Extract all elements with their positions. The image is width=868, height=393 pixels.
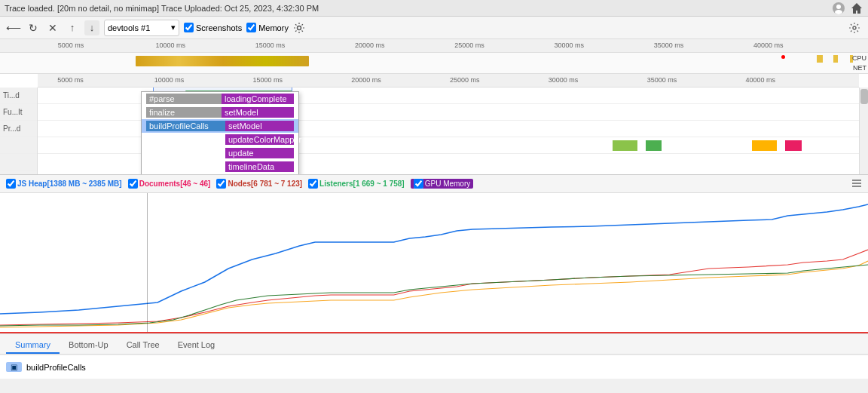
flame-tick-40000: 40000 ms: [745, 76, 775, 84]
js-heap-checkbox[interactable]: [6, 179, 16, 189]
listeners-check: Listeners[1 669 ~ 1 758]: [308, 179, 405, 189]
toolbar: ⟵ ↻ ✕ ↑ ↓ devtools #1 ▾ Screenshots Memo…: [0, 17, 868, 39]
tick-35000: 35000 ms: [654, 41, 684, 49]
label-tid: Ti...d: [0, 88, 37, 104]
flame-ruler: 5000 ms 10000 ms 15000 ms 20000 ms 25000…: [38, 74, 859, 88]
flame-tick-30000: 30000 ms: [549, 76, 579, 84]
red-baseline: [0, 332, 868, 333]
flame-tick-15000: 15000 ms: [252, 76, 283, 84]
call-popup: #parse loadingComplete finalize setModel…: [141, 91, 299, 175]
label-empty2: [0, 154, 37, 170]
top-bar: Trace loaded. [20m no detail, no minimap…: [0, 0, 868, 17]
popup-finalize[interactable]: finalize setModel: [142, 106, 298, 119]
upload-button[interactable]: ↑: [65, 20, 80, 35]
listeners-line: [0, 265, 868, 326]
tab-event-log[interactable]: Event Log: [169, 337, 225, 354]
gpu-checkbox[interactable]: [414, 179, 423, 189]
yellow-block-1: [817, 55, 823, 63]
gpu-line: [0, 261, 868, 327]
js-heap-check: JS Heap[1388 MB ~ 2385 MB]: [6, 179, 122, 189]
tick-5000: 5000 ms: [58, 41, 84, 49]
overview-ruler: 5000 ms 10000 ms 15000 ms 20000 ms 25000…: [0, 39, 868, 53]
listeners-checkbox[interactable]: [308, 179, 318, 189]
flame-tick-25000: 25000 ms: [450, 76, 480, 84]
memory-area: JS Heap[1388 MB ~ 2385 MB] Documents[46 …: [0, 175, 868, 333]
label-empty1: [0, 137, 37, 154]
docs-check: Documents[46 ~ 46]: [128, 179, 211, 189]
js-heap-line: [0, 204, 868, 314]
right-scrollbar[interactable]: [859, 88, 868, 175]
popup-update-color-mapper[interactable]: updateColorMapper: [142, 133, 298, 146]
timeline-area: 5000 ms 10000 ms 15000 ms 20000 ms 25000…: [0, 39, 868, 175]
memory-checkbox[interactable]: [246, 23, 256, 32]
refresh-button[interactable]: ↻: [26, 20, 41, 35]
popup-build-profile[interactable]: buildProfileCalls setModel: [142, 119, 298, 133]
js-heap-label: JS Heap[1388 MB ~ 2385 MB]: [17, 180, 122, 188]
chart-area: [0, 193, 868, 333]
nodes-check: Nodes[6 781 ~ 7 123]: [216, 179, 302, 189]
svg-point-4: [297, 26, 301, 29]
tick-25000: 25000 ms: [454, 41, 484, 49]
cursor-line: [147, 193, 148, 333]
net-label: NET: [853, 64, 866, 72]
popup-timeline-data-1[interactable]: timelineData: [142, 160, 298, 173]
nodes-checkbox[interactable]: [216, 179, 226, 189]
nodes-label: Nodes[6 781 ~ 7 123]: [228, 180, 302, 188]
docs-label: Documents[46 ~ 46]: [139, 180, 211, 188]
flame-tick-20000: 20000 ms: [351, 76, 381, 84]
svg-point-5: [853, 26, 856, 29]
tick-40000: 40000 ms: [753, 41, 784, 49]
memory-label: Memory: [258, 23, 289, 32]
block-r4-1: [613, 140, 637, 151]
flame-tick-35000: 35000 ms: [647, 76, 677, 84]
svg-point-2: [835, 10, 842, 14]
flame-tick-10000: 10000 ms: [154, 76, 185, 84]
home-icon[interactable]: [850, 2, 863, 15]
list-icon[interactable]: [851, 178, 862, 190]
popup-update[interactable]: update: [142, 146, 298, 160]
bottom-tabs: Summary Bottom-Up Call Tree Event Log: [0, 333, 868, 355]
tab-bottom-up[interactable]: Bottom-Up: [60, 337, 118, 354]
screenshots-check-group: Screenshots: [184, 23, 242, 32]
memory-chart: [0, 193, 868, 333]
gear-button[interactable]: [847, 20, 862, 35]
flame-rows: Ti...d Fu...It Pr...d: [0, 88, 868, 175]
trace-info: Trace loaded. [20m no detail, no minimap…: [5, 4, 832, 13]
tab-call-tree[interactable]: Call Tree: [118, 337, 169, 354]
overview-band: [136, 56, 309, 66]
back-button[interactable]: ⟵: [6, 20, 21, 35]
flame-left-labels: Ti...d Fu...It Pr...d: [0, 88, 38, 175]
bottom-content: ▣ buildProfileCalls: [0, 355, 868, 379]
tick-30000: 30000 ms: [555, 41, 585, 49]
settings-icon[interactable]: [293, 22, 305, 34]
gpu-check: GPU Memory: [411, 179, 474, 189]
gpu-label: GPU Memory: [425, 180, 471, 188]
scrollbar-thumb[interactable]: [860, 89, 868, 104]
tab-selector[interactable]: devtools #1 ▾: [104, 20, 179, 36]
screenshots-checkbox[interactable]: [184, 23, 194, 32]
download-button[interactable]: ↓: [84, 20, 99, 35]
overview-row: CPU NET: [0, 53, 868, 74]
stop-button[interactable]: ✕: [45, 20, 60, 35]
summary-badge: ▣: [6, 362, 22, 372]
red-dot-1: [781, 55, 785, 59]
screenshots-label: Screenshots: [196, 23, 242, 32]
avatar-icon: [832, 2, 845, 15]
yellow-block-2: [833, 55, 838, 63]
bottom-function-name: buildProfileCalls: [26, 363, 86, 372]
block-r4-3: [752, 140, 777, 151]
top-icons: [832, 2, 863, 15]
tick-20000: 20000 ms: [355, 41, 385, 49]
block-r4-2: [646, 140, 662, 151]
flame-tick-5000: 5000 ms: [57, 76, 84, 84]
cpu-label: CPU: [852, 54, 866, 62]
tick-10000: 10000 ms: [156, 41, 186, 49]
docs-checkbox[interactable]: [128, 179, 138, 189]
counter-bar: JS Heap[1388 MB ~ 2385 MB] Documents[46 …: [0, 175, 868, 193]
chevron-down-icon: ▾: [171, 23, 176, 32]
popup-parse[interactable]: #parse loadingComplete: [142, 92, 298, 106]
svg-point-1: [836, 5, 841, 9]
svg-marker-3: [851, 3, 862, 14]
block-r4-4: [785, 140, 802, 151]
tab-summary[interactable]: Summary: [6, 337, 60, 354]
